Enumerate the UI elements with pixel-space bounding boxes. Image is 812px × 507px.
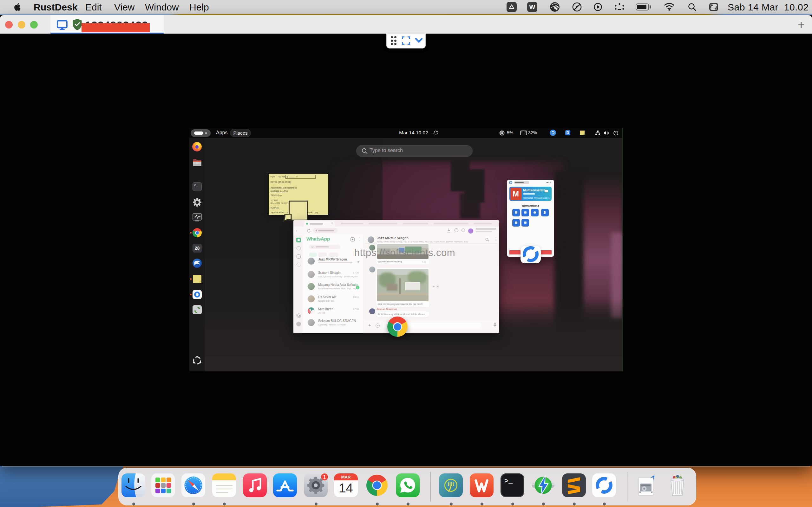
svg-text:>_: >_ <box>504 477 513 485</box>
svg-text:MAR: MAR <box>341 475 351 480</box>
svg-text:1: 1 <box>323 474 326 480</box>
svg-text:14: 14 <box>339 481 353 495</box>
